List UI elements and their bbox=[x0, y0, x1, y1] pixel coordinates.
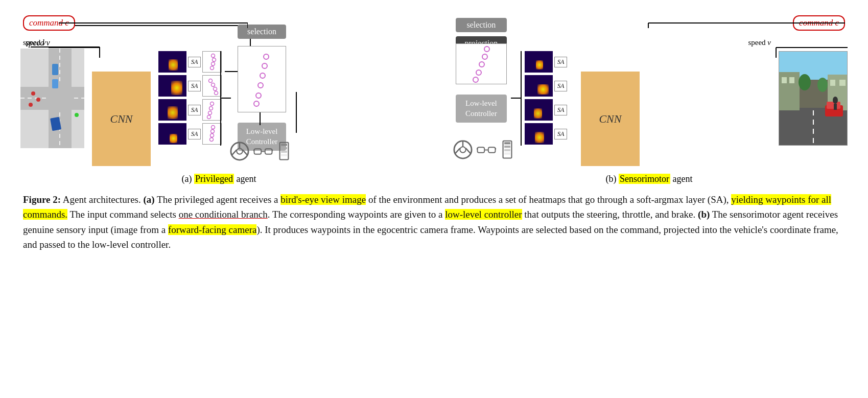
svg-point-37 bbox=[211, 130, 215, 133]
svg-rect-18 bbox=[52, 79, 58, 88]
right-icons-row bbox=[453, 140, 514, 159]
svg-rect-87 bbox=[504, 152, 510, 154]
left-speed-v: speed v bbox=[23, 38, 46, 47]
svg-point-70 bbox=[479, 62, 484, 67]
svg-point-20 bbox=[36, 98, 40, 102]
svg-point-52 bbox=[237, 148, 242, 154]
svg-rect-105 bbox=[834, 104, 837, 110]
svg-point-29 bbox=[212, 83, 215, 87]
svg-line-54 bbox=[232, 150, 237, 155]
right-heatmaps: SA SA SA bbox=[525, 51, 567, 145]
diagram-right: command c speed v selection projection bbox=[451, 10, 848, 184]
svg-point-35 bbox=[207, 115, 211, 119]
svg-point-43 bbox=[262, 63, 267, 68]
svg-point-27 bbox=[210, 66, 214, 70]
svg-point-74 bbox=[460, 147, 465, 152]
svg-point-38 bbox=[210, 134, 214, 137]
svg-point-68 bbox=[484, 46, 489, 52]
svg-rect-96 bbox=[789, 77, 794, 83]
svg-point-100 bbox=[799, 74, 811, 90]
svg-rect-65 bbox=[281, 154, 287, 156]
svg-rect-84 bbox=[504, 142, 510, 144]
svg-rect-64 bbox=[281, 151, 287, 153]
svg-rect-17 bbox=[52, 64, 58, 75]
right-steering-wheel-icon bbox=[453, 140, 473, 159]
svg-point-33 bbox=[209, 107, 213, 110]
svg-point-71 bbox=[476, 70, 481, 75]
svg-rect-56 bbox=[254, 149, 262, 154]
right-selection-box: selection bbox=[456, 18, 507, 32]
diagram-left: command c speed v bbox=[20, 10, 417, 184]
svg-point-30 bbox=[214, 87, 217, 91]
svg-point-32 bbox=[210, 102, 214, 106]
svg-point-31 bbox=[215, 91, 218, 95]
main-container: command c speed v bbox=[0, 0, 868, 263]
svg-point-39 bbox=[210, 138, 214, 142]
right-caption: (b) Sensorimotor agent bbox=[605, 174, 692, 184]
svg-rect-57 bbox=[265, 149, 272, 154]
left-cnn-box: CNN bbox=[92, 72, 151, 166]
svg-point-28 bbox=[209, 79, 213, 83]
left-icons-row bbox=[230, 142, 291, 161]
right-brake-icon bbox=[500, 140, 514, 159]
svg-point-104 bbox=[833, 97, 838, 104]
svg-point-21 bbox=[29, 103, 33, 107]
svg-point-25 bbox=[213, 58, 216, 62]
diagrams-row: command c speed v bbox=[15, 10, 853, 184]
left-caption: (a) Privileged agent bbox=[182, 174, 256, 184]
left-heatmaps: SA bbox=[158, 51, 222, 145]
svg-point-69 bbox=[482, 54, 487, 59]
svg-point-46 bbox=[256, 93, 261, 98]
svg-point-19 bbox=[31, 91, 35, 96]
svg-rect-79 bbox=[488, 147, 496, 153]
svg-line-76 bbox=[455, 148, 460, 153]
svg-point-22 bbox=[75, 113, 79, 117]
svg-rect-103 bbox=[827, 102, 840, 109]
svg-rect-86 bbox=[504, 149, 510, 151]
right-speed-label: speed v bbox=[748, 38, 771, 47]
right-command-badge: command c bbox=[793, 15, 845, 31]
left-waypoints-display bbox=[238, 46, 286, 112]
svg-line-77 bbox=[466, 148, 471, 153]
svg-rect-63 bbox=[281, 147, 287, 149]
svg-rect-98 bbox=[830, 80, 835, 86]
svg-line-55 bbox=[243, 150, 248, 155]
svg-point-36 bbox=[212, 126, 215, 129]
svg-rect-78 bbox=[477, 147, 484, 153]
steering-wheel-icon bbox=[230, 142, 249, 161]
svg-point-47 bbox=[254, 101, 259, 106]
svg-rect-95 bbox=[782, 77, 787, 83]
bev-map bbox=[20, 49, 84, 148]
svg-rect-85 bbox=[504, 146, 510, 148]
svg-point-44 bbox=[260, 73, 265, 78]
svg-point-45 bbox=[258, 83, 263, 88]
svg-rect-99 bbox=[839, 80, 846, 86]
brake-icon bbox=[277, 142, 291, 161]
right-llc-box: Low-levelController bbox=[456, 95, 507, 123]
right-glasses-icon bbox=[477, 144, 496, 156]
right-waypoints-display bbox=[456, 43, 507, 84]
glasses-icon bbox=[253, 145, 273, 158]
svg-rect-16 bbox=[49, 87, 72, 110]
svg-point-26 bbox=[212, 62, 215, 66]
svg-point-24 bbox=[212, 54, 215, 58]
left-command-badge: command c bbox=[23, 15, 75, 31]
svg-point-42 bbox=[264, 54, 269, 59]
svg-point-101 bbox=[817, 78, 828, 92]
camera-image bbox=[779, 51, 848, 146]
svg-rect-62 bbox=[281, 144, 287, 146]
svg-point-72 bbox=[473, 77, 478, 82]
figure-caption: Figure 2: Agent architectures. (a) The p… bbox=[15, 192, 853, 252]
svg-point-34 bbox=[208, 111, 212, 115]
right-cnn-box: CNN bbox=[581, 72, 640, 166]
left-selection-box: selection bbox=[238, 25, 286, 39]
